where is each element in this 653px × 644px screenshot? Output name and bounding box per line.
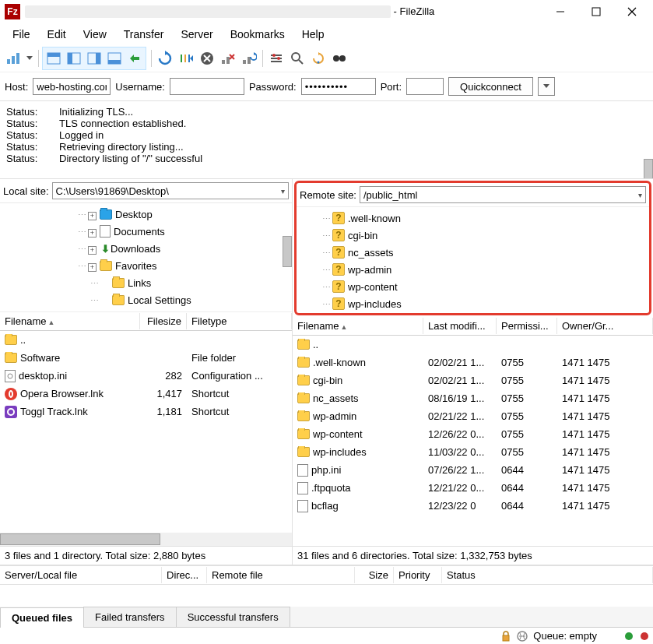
tree-item[interactable]: ⋯?cgi-bin — [297, 227, 649, 244]
file-name: Toggl Track.lnk — [20, 406, 88, 417]
list-item[interactable]: nc_assets08/16/19 1...07551471 1475 — [293, 389, 653, 407]
menubar: File Edit View Transfer Server Bookmarks… — [0, 23, 653, 45]
qcol-server[interactable]: Server/Local file — [0, 567, 162, 583]
remote-path-combo[interactable]: /public_html ▾ — [360, 186, 646, 203]
menu-help[interactable]: Help — [294, 25, 332, 44]
message-log[interactable]: Status:Initializing TLS... Status:TLS co… — [0, 101, 653, 179]
scrollbar[interactable] — [283, 236, 292, 267]
list-item[interactable]: .ftpquota12/21/22 0...06441471 1475 — [293, 479, 653, 497]
port-input[interactable] — [406, 78, 444, 95]
queue-body[interactable] — [0, 585, 653, 607]
maximize-button[interactable] — [578, 0, 614, 23]
ini-file-icon — [5, 370, 16, 382]
filter-icon[interactable] — [266, 48, 286, 69]
scrollbar[interactable] — [644, 159, 653, 179]
menu-file[interactable]: File — [5, 25, 38, 44]
local-file-list[interactable]: ..SoftwareFile folderdesktop.ini282Confi… — [0, 331, 292, 533]
list-item[interactable]: .. — [293, 336, 653, 354]
list-item[interactable]: desktop.ini282Configuration ... — [0, 367, 292, 385]
menu-edit[interactable]: Edit — [40, 25, 74, 44]
qcol-direction[interactable]: Direc... — [162, 567, 207, 583]
site-manager-icon[interactable] — [3, 48, 23, 69]
sync-icon[interactable] — [308, 48, 328, 69]
app-icon: Fz — [5, 4, 20, 19]
col-filename[interactable]: Filename▲ — [0, 313, 140, 329]
file-name: wp-includes — [313, 446, 367, 458]
toggle-remote-tree-icon[interactable] — [84, 48, 104, 69]
qcol-status[interactable]: Status — [442, 567, 653, 583]
remote-tree[interactable]: ⋯?.well-known⋯?cgi-bin⋯?nc_assets⋯?wp-ad… — [297, 207, 649, 313]
folder-icon — [297, 411, 310, 421]
list-item[interactable]: Toggl Track.lnk1,181Shortcut — [0, 403, 292, 421]
titlebar: Fz - FileZilla — [0, 0, 653, 23]
minimize-button[interactable] — [542, 0, 578, 23]
quickconnect-dropdown-icon[interactable] — [538, 77, 555, 96]
tree-item[interactable]: ⋯+Desktop — [0, 206, 292, 223]
scrollbar[interactable] — [0, 533, 292, 546]
local-tree[interactable]: ⋯+Desktop⋯+Documents⋯+⬇Downloads⋯+Favori… — [0, 203, 292, 312]
quickconnect-button[interactable]: Quickconnect — [448, 77, 533, 96]
host-input[interactable] — [33, 78, 111, 95]
menu-server[interactable]: Server — [173, 25, 220, 44]
list-item[interactable]: .well-known02/02/21 1...07551471 1475 — [293, 354, 653, 371]
local-path-combo[interactable]: C:\Users\91869\Desktop\ ▾ — [52, 182, 289, 199]
col-filetype[interactable]: Filetype — [187, 313, 292, 329]
list-item[interactable]: bcflag12/23/22 006441471 1475 — [293, 497, 653, 515]
tree-item[interactable]: ⋯+Favorites — [0, 257, 292, 274]
tree-item[interactable]: ⋯+Documents — [0, 223, 292, 240]
refresh-icon[interactable] — [155, 48, 175, 69]
file-icon — [297, 482, 308, 494]
menu-bookmarks[interactable]: Bookmarks — [223, 25, 293, 44]
tab-queued-files[interactable]: Queued files — [0, 607, 84, 628]
menu-transfer[interactable]: Transfer — [116, 25, 172, 44]
username-input[interactable] — [170, 78, 244, 95]
menu-view[interactable]: View — [75, 25, 114, 44]
qcol-priority[interactable]: Priority — [394, 567, 442, 583]
col-permissions[interactable]: Permissi... — [497, 318, 557, 334]
tab-successful-transfers[interactable]: Successful transfers — [176, 607, 290, 627]
tree-item[interactable]: ⋯Links — [0, 274, 292, 291]
window-title: - FileZilla — [25, 5, 542, 19]
col-modified[interactable]: Last modifi... — [423, 318, 497, 334]
toggle-tree-icon[interactable] — [64, 48, 84, 69]
col-filename[interactable]: Filename▲ — [293, 318, 423, 334]
toggle-log-icon[interactable] — [44, 48, 64, 69]
reconnect-icon[interactable] — [239, 48, 259, 69]
svg-point-44 — [8, 374, 12, 378]
list-item[interactable]: .. — [0, 331, 292, 349]
tree-item[interactable]: ⋯?wp-admin — [297, 261, 649, 278]
compare-icon[interactable] — [287, 48, 307, 69]
qcol-remote[interactable]: Remote file — [207, 567, 355, 583]
list-item[interactable]: php.ini07/26/22 1...06441471 1475 — [293, 461, 653, 479]
search-icon[interactable] — [329, 48, 349, 69]
password-input[interactable] — [301, 78, 376, 95]
col-owner[interactable]: Owner/Gr... — [557, 318, 653, 334]
remote-file-list[interactable]: ...well-known02/02/21 1...07551471 1475c… — [293, 336, 653, 546]
list-item[interactable]: cgi-bin02/02/21 1...07551471 1475 — [293, 371, 653, 389]
tree-item[interactable]: ⋯Local Settings — [0, 291, 292, 308]
tree-item[interactable]: ⋯?wp-content — [297, 278, 649, 295]
list-item[interactable]: SoftwareFile folder — [0, 349, 292, 367]
cancel-icon[interactable] — [197, 48, 217, 69]
tree-item[interactable]: ⋯?nc_assets — [297, 244, 649, 261]
list-item[interactable]: wp-includes11/03/22 0...07551471 1475 — [293, 443, 653, 461]
tree-item[interactable]: ⋯+⬇Downloads — [0, 240, 292, 257]
tree-item[interactable]: ⋯?wp-includes — [297, 295, 649, 312]
list-item[interactable]: Opera Browser.lnk1,417Shortcut — [0, 385, 292, 403]
toggle-queue-icon[interactable] — [104, 48, 125, 69]
log-label: Status: — [6, 141, 59, 153]
qcol-size[interactable]: Size — [355, 567, 394, 583]
process-queue-icon[interactable] — [176, 48, 196, 69]
tree-item[interactable]: ⋯?.well-known — [297, 209, 649, 227]
close-button[interactable] — [614, 0, 650, 23]
svg-point-34 — [272, 54, 276, 57]
file-permissions: 0755 — [497, 357, 557, 368]
site-manager-dropdown-icon[interactable] — [24, 48, 35, 69]
list-item[interactable]: wp-content12/26/22 0...07551471 1475 — [293, 425, 653, 443]
disconnect-icon[interactable] — [218, 48, 238, 69]
sync-browse-icon[interactable] — [125, 48, 145, 69]
folder-icon — [5, 353, 17, 363]
tab-failed-transfers[interactable]: Failed transfers — [83, 607, 177, 627]
col-filesize[interactable]: Filesize — [140, 313, 187, 329]
list-item[interactable]: wp-admin02/21/22 1...07551471 1475 — [293, 407, 653, 425]
